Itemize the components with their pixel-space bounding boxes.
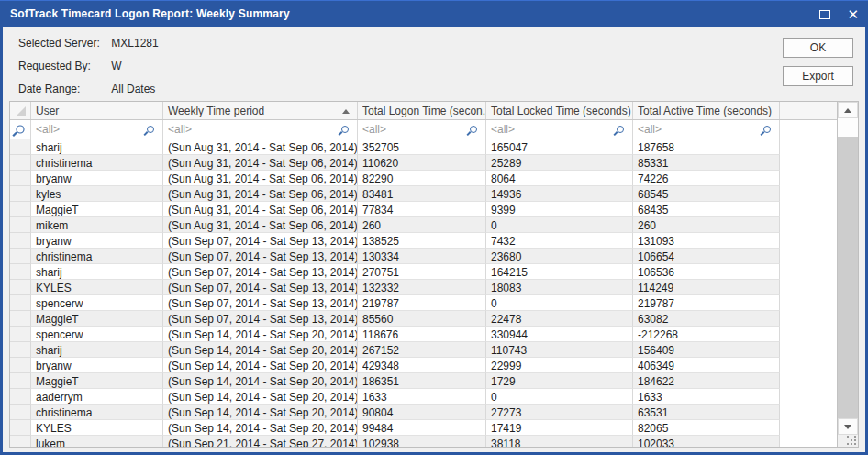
table-row[interactable]: lukem(Sun Sep 21, 2014 - Sat Sep 27, 201… [10,436,837,447]
cell-locked[interactable]: 0 [486,295,633,311]
table-row[interactable]: kyles(Sun Aug 31, 2014 - Sat Sep 06, 201… [10,186,837,202]
row-selector-cell[interactable] [10,405,31,420]
row-selector-cell[interactable] [10,155,31,171]
filter-cell-logon[interactable]: <all> [358,120,486,139]
cell-logon[interactable]: 267152 [358,342,486,358]
close-button[interactable]: ✕ [847,7,859,21]
cell-locked[interactable]: 14936 [486,186,633,202]
column-header-active[interactable]: Total Active Time (seconds) [633,102,780,119]
cell-period[interactable]: (Sun Sep 21, 2014 - Sat Sep 27, 2014) [163,436,358,447]
row-selector-cell[interactable] [10,233,31,249]
scrollbar-thumb[interactable] [838,118,858,137]
row-selector-cell[interactable] [10,139,31,155]
cell-logon[interactable]: 186351 [358,373,486,389]
cell-active[interactable]: 63531 [633,405,780,420]
cell-period[interactable]: (Sun Sep 14, 2014 - Sat Sep 20, 2014) [163,342,358,358]
cell-period[interactable]: (Sun Aug 31, 2014 - Sat Sep 06, 2014) [163,155,358,171]
search-icon[interactable] [341,126,349,133]
column-header-locked[interactable]: Total Locked Time (seconds) [486,102,633,119]
filter-cell-active[interactable]: <all> [633,120,780,139]
cell-user[interactable]: bryanw [31,233,163,249]
scroll-down-button[interactable] [838,418,858,435]
row-selector-cell[interactable] [10,202,31,217]
cell-locked[interactable]: 330944 [486,327,633,342]
scrollbar-track[interactable] [838,137,858,418]
cell-user[interactable]: KYLES [31,280,163,295]
cell-logon[interactable]: 77834 [358,202,486,217]
cell-locked[interactable]: 25289 [486,155,633,171]
cell-user[interactable]: spencerw [31,295,163,311]
cell-locked[interactable]: 22478 [486,311,633,327]
cell-active[interactable]: 219787 [633,295,780,311]
cell-active[interactable]: 184622 [633,373,780,389]
table-row[interactable]: bryanw(Sun Sep 14, 2014 - Sat Sep 20, 20… [10,358,837,373]
table-row[interactable]: aaderrym(Sun Sep 14, 2014 - Sat Sep 20, … [10,389,837,405]
cell-user[interactable]: bryanw [31,358,163,373]
cell-active[interactable]: 187658 [633,139,780,155]
table-row[interactable]: MaggieT(Sun Sep 14, 2014 - Sat Sep 20, 2… [10,373,837,389]
row-selector-cell[interactable] [10,249,31,264]
table-row[interactable]: bryanw(Sun Sep 07, 2014 - Sat Sep 13, 20… [10,233,837,249]
cell-active[interactable]: 82065 [633,420,780,436]
row-selector-cell[interactable] [10,420,31,436]
cell-logon[interactable]: 260 [358,217,486,233]
vertical-scrollbar[interactable] [837,102,858,447]
row-selector-cell[interactable] [10,373,31,389]
cell-user[interactable]: sharij [31,342,163,358]
cell-logon[interactable]: 130334 [358,249,486,264]
row-selector-cell[interactable] [10,389,31,405]
cell-period[interactable]: (Sun Sep 14, 2014 - Sat Sep 20, 2014) [163,420,358,436]
cell-active[interactable]: 406349 [633,358,780,373]
cell-locked[interactable]: 110743 [486,342,633,358]
cell-locked[interactable]: 23680 [486,249,633,264]
cell-locked[interactable]: 7432 [486,233,633,249]
table-row[interactable]: christinema(Sun Aug 31, 2014 - Sat Sep 0… [10,155,837,171]
cell-locked[interactable]: 1729 [486,373,633,389]
cell-user[interactable]: MaggieT [31,373,163,389]
cell-period[interactable]: (Sun Sep 07, 2014 - Sat Sep 13, 2014) [163,249,358,264]
cell-period[interactable]: (Sun Sep 07, 2014 - Sat Sep 13, 2014) [163,295,358,311]
table-row[interactable]: bryanw(Sun Aug 31, 2014 - Sat Sep 06, 20… [10,171,837,186]
maximize-button[interactable] [819,10,830,19]
table-row[interactable]: sharij(Sun Sep 07, 2014 - Sat Sep 13, 20… [10,264,837,280]
row-selector-cell[interactable] [10,358,31,373]
cell-locked[interactable]: 8064 [486,171,633,186]
cell-locked[interactable]: 165047 [486,139,633,155]
row-selector-cell[interactable] [10,171,31,186]
cell-active[interactable]: 68545 [633,186,780,202]
cell-locked[interactable]: 27273 [486,405,633,420]
cell-period[interactable]: (Sun Sep 14, 2014 - Sat Sep 20, 2014) [163,389,358,405]
cell-locked[interactable]: 38118 [486,436,633,447]
column-header-user[interactable]: User [31,102,163,119]
cell-active[interactable]: 106654 [633,249,780,264]
cell-logon[interactable]: 102938 [358,436,486,447]
table-row[interactable]: spencerw(Sun Sep 07, 2014 - Sat Sep 13, … [10,295,837,311]
cell-user[interactable]: christinema [31,155,163,171]
cell-logon[interactable]: 138525 [358,233,486,249]
search-icon[interactable] [16,125,24,133]
table-row[interactable]: christinema(Sun Sep 07, 2014 - Sat Sep 1… [10,249,837,264]
row-selector-cell[interactable] [10,295,31,311]
cell-period[interactable]: (Sun Sep 14, 2014 - Sat Sep 20, 2014) [163,358,358,373]
row-selector-cell[interactable] [10,280,31,295]
search-icon[interactable] [147,126,154,133]
table-row[interactable]: christinema(Sun Sep 14, 2014 - Sat Sep 2… [10,405,837,420]
cell-active[interactable]: 106536 [633,264,780,280]
cell-period[interactable]: (Sun Aug 31, 2014 - Sat Sep 06, 2014) [163,171,358,186]
cell-user[interactable]: MaggieT [31,311,163,327]
cell-logon[interactable]: 82290 [358,171,486,186]
row-selector-cell[interactable] [10,311,31,327]
cell-active[interactable]: 68435 [633,202,780,217]
cell-user[interactable]: lukem [31,436,163,447]
row-selector-cell[interactable] [10,217,31,233]
cell-user[interactable]: MaggieT [31,202,163,217]
cell-locked[interactable]: 0 [486,389,633,405]
cell-user[interactable]: aaderrym [31,389,163,405]
table-row[interactable]: sharij(Sun Sep 14, 2014 - Sat Sep 20, 20… [10,342,837,358]
cell-period[interactable]: (Sun Sep 07, 2014 - Sat Sep 13, 2014) [163,311,358,327]
row-selector-cell[interactable] [10,342,31,358]
cell-logon[interactable]: 219787 [358,295,486,311]
cell-period[interactable]: (Sun Sep 14, 2014 - Sat Sep 20, 2014) [163,405,358,420]
cell-locked[interactable]: 9399 [486,202,633,217]
row-selector-cell[interactable] [10,186,31,202]
